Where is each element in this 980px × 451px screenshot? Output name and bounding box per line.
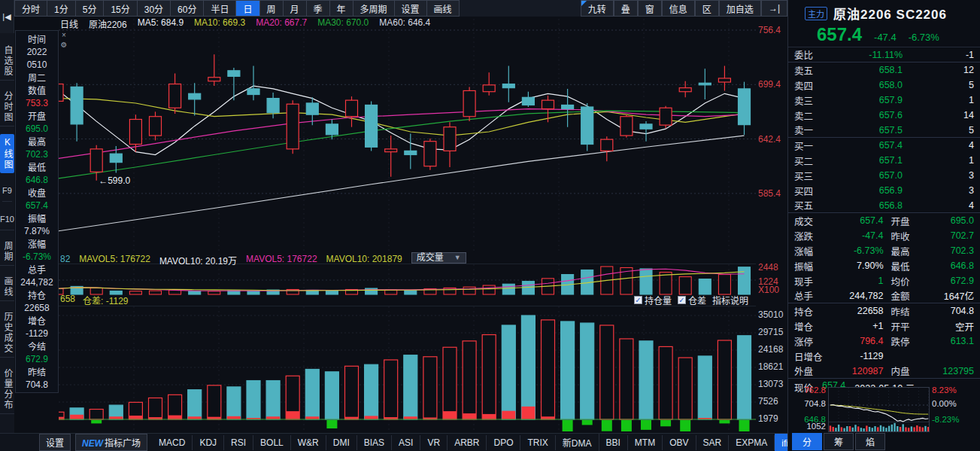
indicator-tab-BBI[interactable]: BBI [599,435,628,450]
indicator-tab-SAR[interactable]: SAR [696,435,730,450]
tool-加自选[interactable]: 加自选 [719,0,761,17]
info-row: 695.0 [16,122,58,135]
indicator-tab-MTM[interactable]: MTM [628,435,663,450]
indicator-tab-RSI[interactable]: RSI [224,435,253,450]
sidebar-item-价量分布[interactable]: 价量分布 [0,365,14,414]
tool-窗[interactable]: 窗 [638,0,662,17]
period-tab-画线[interactable]: 画线 [427,0,460,17]
volume-header-item: 82 [60,254,70,264]
checkbox-oi-delta[interactable]: ✓仓差 [678,294,706,306]
period-tab-60分[interactable]: 60分 [171,0,204,17]
candle [71,83,83,141]
tool-九转[interactable]: 九转 [581,0,614,17]
candle [699,69,711,99]
info-row: 704.8 [16,378,58,391]
period-tab-日[interactable]: 日 [236,0,259,17]
period-tab-分时[interactable]: 分时 [14,0,47,17]
checkbox-open-interest[interactable]: ✓持仓量 [634,294,672,306]
info-row: 周二 [16,71,58,84]
indicator-tab-KDJ[interactable]: KDJ [193,435,224,450]
oi-axis-label: 35010 [758,309,783,320]
mini-tab-筹[interactable]: 筹 [824,433,854,450]
indicator-tab-TRIX[interactable]: TRIX [520,435,555,450]
indicator-tab-新DMA[interactable]: 新DMA [556,434,599,451]
info-row: 2022 [16,45,58,58]
quote-grid-row: 增仓+1开平空开 [788,318,980,334]
info-rows: 时间20220510周二数值753.3开盘695.0最高702.3最低646.8… [16,31,58,392]
period-tab-季[interactable]: 季 [307,0,330,17]
indicator-tab-ASI[interactable]: ASI [392,435,420,450]
gridlines [59,19,756,252]
period-tab-30分[interactable]: 30分 [138,0,171,17]
quote-grid-row: 涨停796.4跌停613.1 [788,334,980,349]
period-tab-半日[interactable]: 半日 [204,0,236,17]
close-icon[interactable]: × [59,31,68,39]
indicator-tab-EXPMA[interactable]: EXPMA [729,435,775,450]
indicator-tab-W&R[interactable]: W&R [291,435,326,450]
indicator-market-button[interactable]: NEW指标广场 [75,434,147,451]
volume-axis-label: 2448 [758,262,778,273]
info-row: 最低 [16,160,58,173]
sidebar-item-F10[interactable]: F10 [0,209,14,230]
gear-icon[interactable]: ⚙ [59,41,68,49]
indicator-tab-VR[interactable]: VR [420,435,448,450]
indicator-tab-ARBR[interactable]: ARBR [448,435,487,450]
sidebar-item-F9[interactable]: F9 [2,181,12,202]
candle [366,101,378,151]
period-tab-5分[interactable]: 5分 [76,0,105,17]
candle [562,89,574,127]
price-axis-label: 642.4 [758,134,781,145]
settings-button[interactable]: 设置 [39,434,71,451]
period-tab-1分[interactable]: 1分 [47,0,76,17]
indicator-tab-bar: 设置NEW指标广场MACDKDJRSIBOLLW&RDMIBIASASIVRAR… [0,433,787,451]
sidebar-item-历史成交[interactable]: 历史成交 [0,309,14,358]
mini-tab-分[interactable]: 分 [792,433,822,450]
indicator-tab-BOLL[interactable]: BOLL [253,435,291,450]
sidebar-item-K线图[interactable]: K线图 [0,134,14,173]
indicator-tab-OBV[interactable]: OBV [663,435,696,450]
sidebar-item-分时图[interactable]: 分时图 [0,88,14,126]
tool-信息[interactable]: 信息 [662,0,695,17]
period-tab-多周期[interactable]: 多周期 [353,0,395,17]
candle [267,93,279,118]
top-toolbar: 分时1分5分15分30分60分半日日周月季年多周期设置画线 九转叠窗信息区加自选… [14,0,787,17]
candle [679,81,691,98]
sidebar-item-自选股[interactable]: 自选股 [0,42,14,81]
period-tab-年[interactable]: 年 [330,0,353,17]
candle [247,66,259,100]
candlestick-chart[interactable]: ←599.0 [59,19,756,252]
tool-叠[interactable]: 叠 [614,0,638,17]
period-tab-15分[interactable]: 15分 [104,0,137,17]
pin-right-icon[interactable]: →| [761,0,787,17]
info-row: 22658 [16,301,58,314]
open-interest-chart[interactable] [59,306,756,431]
sidebar-item-画线[interactable]: 画线 [0,273,14,301]
collapse-panel-icon[interactable]: |◀ [0,0,14,33]
volume-chart[interactable] [59,264,756,294]
mini-intraday-chart[interactable]: 762.8704.8646.810528.23%0.00%-8.23% [788,385,980,433]
candle [287,100,299,154]
contract-name: 原油2206 SC2206 [833,4,947,23]
info-row: 时间 [16,32,58,45]
indicator-help-link[interactable]: 指标说明 [712,294,748,306]
mini-right-axis-label: -8.23% [932,415,959,424]
mini-right-axis-label: 0.00% [932,399,957,408]
candle [522,92,534,107]
period-tab-设置[interactable]: 设置 [395,0,427,17]
indicator-tab-DPO[interactable]: DPO [487,435,520,450]
indicator-tab-MACD[interactable]: MACD [152,435,193,450]
period-tab-月[interactable]: 月 [284,0,307,17]
indicator-dropdown[interactable]: 成交量▼ [411,252,466,264]
candle [620,114,633,137]
mini-tab-焰[interactable]: 焰 [855,433,885,450]
quote-grid-row: 涨跌-47.4昨收702.7 [788,228,980,243]
indicator-tab-DMI[interactable]: DMI [326,435,357,450]
book-row-卖五: 卖五658.112 [788,62,980,78]
volume-header-item: MAVOL10: 20.19万 [159,254,237,264]
oi-axis-label: 7526 [758,396,778,407]
indicator-tab-BIAS[interactable]: BIAS [357,435,392,450]
period-tab-周[interactable]: 周 [260,0,284,17]
sidebar-item-周期[interactable]: 周期 [0,238,14,266]
tool-区[interactable]: 区 [695,0,719,17]
toolbar-tools: 九转叠窗信息区加自选→| [581,0,787,17]
